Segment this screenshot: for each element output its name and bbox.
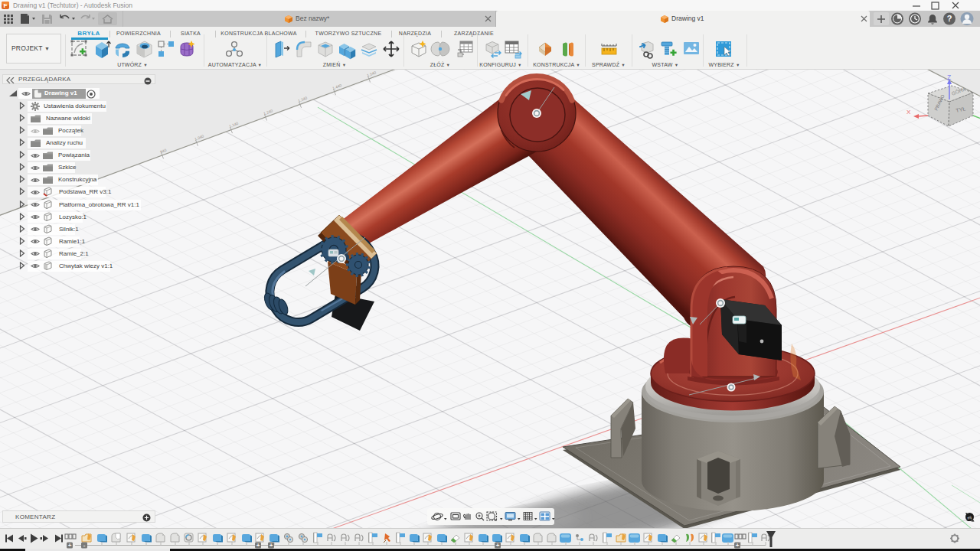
svg-text:+: + xyxy=(496,542,500,549)
svg-text:+: + xyxy=(736,542,740,549)
svg-text:X: X xyxy=(906,109,911,116)
svg-text:+: + xyxy=(68,542,72,549)
svg-text:Z: Z xyxy=(947,73,951,81)
svg-text:+: + xyxy=(256,542,260,549)
svg-text:F: F xyxy=(4,2,8,9)
svg-text:+: + xyxy=(270,542,273,549)
svg-text:-: - xyxy=(83,542,86,549)
svg-text:?: ? xyxy=(947,14,952,23)
